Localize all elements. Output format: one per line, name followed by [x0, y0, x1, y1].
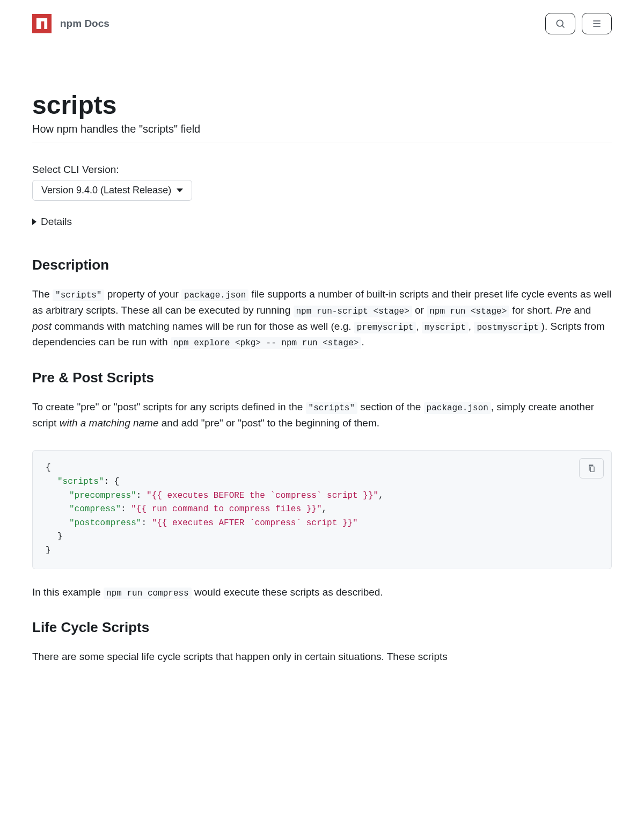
inline-code: npm run-script <stage>: [294, 306, 412, 317]
code-line: }: [46, 530, 598, 544]
svg-point-1: [557, 20, 563, 26]
inline-code: npm run compress: [104, 588, 192, 599]
npm-icon: [35, 17, 49, 31]
code-line: {: [46, 461, 598, 475]
inline-code: npm explore <pkg> -- npm run <stage>: [171, 337, 362, 349]
npm-logo[interactable]: [32, 14, 52, 33]
inline-code: premyscript: [354, 322, 416, 333]
inline-code: "scripts": [53, 289, 104, 301]
details-toggle[interactable]: Details: [32, 216, 612, 228]
inline-code: npm run <stage>: [427, 306, 509, 317]
svg-line-2: [562, 25, 564, 27]
heading-lifecycle: Life Cycle Scripts: [32, 619, 612, 636]
code-line: "postcompress": "{{ executes AFTER `comp…: [46, 517, 598, 531]
page-subtitle: How npm handles the "scripts" field: [32, 123, 612, 142]
code-line: "precompress": "{{ executes BEFORE the `…: [46, 489, 598, 503]
hamburger-icon: [591, 18, 602, 29]
caret-right-icon: [32, 219, 36, 225]
header-right: [545, 13, 612, 34]
page-title: scripts: [32, 90, 612, 120]
search-button[interactable]: [545, 13, 575, 34]
code-block: { "scripts": { "precompress": "{{ execut…: [32, 450, 612, 569]
header-left: npm Docs: [32, 14, 109, 33]
prepost-example-paragraph: In this example npm run compress would e…: [32, 584, 612, 600]
heading-prepost: Pre & Post Scripts: [32, 369, 612, 386]
lifecycle-paragraph: There are some special life cycle script…: [32, 649, 612, 664]
version-selected-text: Version 9.4.0 (Latest Release): [41, 185, 171, 196]
heading-description: Description: [32, 257, 612, 273]
search-icon: [555, 18, 566, 29]
header: npm Docs: [32, 0, 612, 47]
inline-code: postmyscript: [474, 322, 541, 333]
docs-link[interactable]: npm Docs: [60, 18, 109, 30]
description-paragraph: The "scripts" property of your package.j…: [32, 286, 612, 350]
code-line: "scripts": {: [46, 475, 598, 489]
inline-code: myscript: [422, 322, 469, 333]
content: scripts How npm handles the "scripts" fi…: [32, 47, 612, 665]
inline-code: package.json: [424, 402, 491, 414]
inline-code: "scripts": [306, 402, 357, 414]
details-label: Details: [41, 216, 72, 228]
copy-icon: [587, 463, 596, 473]
code-line: "compress": "{{ run command to compress …: [46, 503, 598, 517]
inline-code: package.json: [181, 289, 248, 301]
chevron-down-icon: [177, 188, 183, 192]
copy-button[interactable]: [579, 458, 604, 478]
version-label: Select CLI Version:: [32, 164, 612, 176]
version-select[interactable]: Version 9.4.0 (Latest Release): [32, 180, 192, 201]
code-line: }: [46, 544, 598, 558]
prepost-paragraph: To create "pre" or "post" scripts for an…: [32, 399, 612, 431]
menu-button[interactable]: [582, 13, 612, 34]
